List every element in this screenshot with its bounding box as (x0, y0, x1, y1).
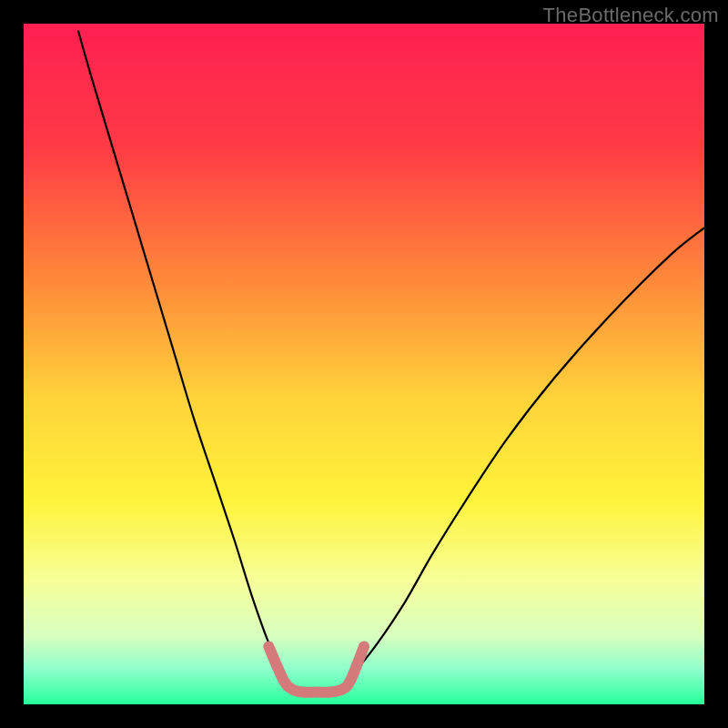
watermark-label: TheBottleneck.com (543, 4, 719, 27)
chart-frame: TheBottleneck.com (0, 0, 728, 728)
plot-area (24, 24, 704, 704)
gradient-background (24, 24, 704, 704)
chart-svg (24, 24, 704, 704)
